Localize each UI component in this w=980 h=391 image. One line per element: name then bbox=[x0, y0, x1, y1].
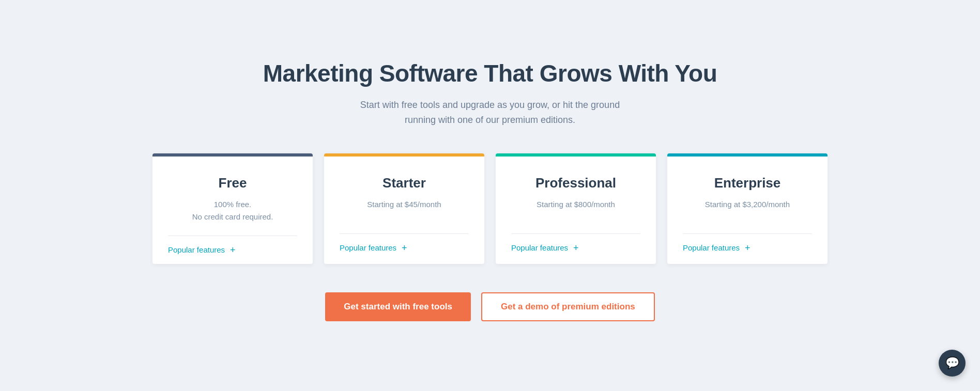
plus-icon-professional[interactable]: + bbox=[573, 243, 579, 253]
pricing-card-professional: ProfessionalStarting at $800/monthPopula… bbox=[496, 153, 656, 264]
card-title-free: Free bbox=[168, 175, 297, 191]
page-subtitle: Start with free tools and upgrade as you… bbox=[345, 98, 635, 128]
popular-features-link-professional[interactable]: Popular features bbox=[511, 243, 568, 252]
card-price-professional: Starting at $800/month bbox=[511, 198, 640, 221]
page-title: Marketing Software That Grows With You bbox=[263, 59, 717, 87]
popular-features-link-starter[interactable]: Popular features bbox=[340, 243, 396, 252]
pricing-card-starter: StarterStarting at $45/monthPopular feat… bbox=[324, 153, 484, 264]
plus-icon-starter[interactable]: + bbox=[402, 243, 407, 253]
popular-features-link-enterprise[interactable]: Popular features bbox=[683, 243, 740, 252]
card-price-free: 100% free.No credit card required. bbox=[168, 198, 297, 223]
card-price-starter: Starting at $45/month bbox=[340, 198, 469, 221]
cta-buttons: Get started with free tools Get a demo o… bbox=[325, 292, 654, 321]
card-title-professional: Professional bbox=[511, 175, 640, 191]
pricing-card-free: Free100% free.No credit card required.Po… bbox=[152, 153, 313, 264]
plus-icon-free[interactable]: + bbox=[230, 245, 236, 255]
pricing-card-enterprise: EnterpriseStarting at $3,200/monthPopula… bbox=[667, 153, 828, 264]
chat-widget[interactable]: 💬 bbox=[939, 350, 966, 377]
get-started-button[interactable]: Get started with free tools bbox=[325, 292, 471, 321]
popular-features-link-free[interactable]: Popular features bbox=[168, 245, 225, 254]
chat-icon: 💬 bbox=[945, 356, 959, 370]
plus-icon-enterprise[interactable]: + bbox=[745, 243, 751, 253]
card-title-enterprise: Enterprise bbox=[683, 175, 812, 191]
pricing-cards-container: Free100% free.No credit card required.Po… bbox=[152, 153, 828, 264]
get-demo-button[interactable]: Get a demo of premium editions bbox=[481, 292, 655, 321]
page-wrapper: Marketing Software That Grows With You S… bbox=[0, 0, 980, 391]
card-title-starter: Starter bbox=[340, 175, 469, 191]
card-price-enterprise: Starting at $3,200/month bbox=[683, 198, 812, 221]
